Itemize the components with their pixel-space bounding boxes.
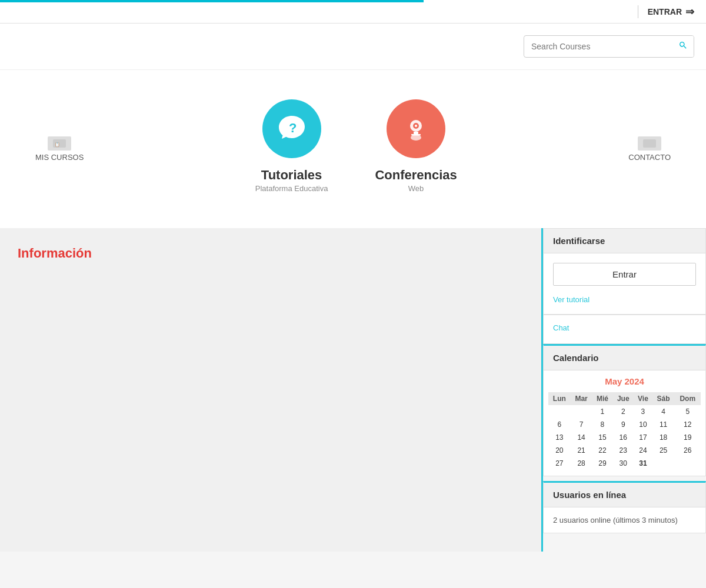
cal-cell: 22 bbox=[592, 444, 612, 457]
cal-cell: 18 bbox=[652, 431, 675, 444]
svg-text:📋: 📋 bbox=[55, 142, 60, 147]
entrar-label: ENTRAR bbox=[648, 7, 682, 16]
cal-cell: 7 bbox=[571, 418, 592, 431]
calendar-month: May 2024 bbox=[548, 376, 701, 386]
cal-cell[interactable]: 31 bbox=[634, 457, 652, 470]
search-input[interactable] bbox=[524, 37, 672, 56]
search-button[interactable] bbox=[672, 36, 694, 57]
header-search bbox=[0, 24, 706, 70]
cal-cell: 19 bbox=[674, 431, 701, 444]
right-sidebar: Identificarse Entrar Ver tutorial Chat C… bbox=[541, 228, 706, 552]
cal-cell bbox=[571, 405, 592, 418]
cal-cell bbox=[548, 405, 571, 418]
svg-point-8 bbox=[411, 135, 421, 141]
cal-day-lun: Lun bbox=[548, 392, 571, 405]
cal-cell: 23 bbox=[612, 444, 634, 457]
entrar-button[interactable]: Entrar bbox=[553, 263, 696, 286]
login-icon: ⇒ bbox=[685, 5, 694, 18]
cal-cell bbox=[652, 457, 675, 470]
cal-day-vie: Vie bbox=[634, 392, 652, 405]
cal-cell: 2 bbox=[612, 405, 634, 418]
cal-day-mar: Mar bbox=[571, 392, 592, 405]
cal-cell: 10 bbox=[634, 418, 652, 431]
cal-cell: 1 bbox=[592, 405, 612, 418]
contacto-icon bbox=[638, 136, 661, 151]
main-content: Información Identificarse Entrar Ver tut… bbox=[0, 228, 706, 552]
cal-cell: 27 bbox=[548, 457, 571, 470]
cal-week-1: 1 2 3 4 5 bbox=[548, 405, 701, 418]
svg-text:?: ? bbox=[289, 121, 297, 135]
online-users-header: Usuarios en línea bbox=[544, 483, 705, 507]
mis-cursos-img-icon: 📋 bbox=[53, 139, 66, 148]
contacto-nav[interactable]: CONTACTO bbox=[628, 136, 671, 162]
svg-point-5 bbox=[415, 125, 417, 127]
cal-day-sab: Sáb bbox=[652, 392, 675, 405]
conferencias-subtitle: Web bbox=[408, 184, 424, 193]
calendar-grid: Lun Mar Mié Jue Vie Sáb Dom bbox=[548, 392, 701, 470]
tutoriales-icon-circle: ? bbox=[262, 99, 321, 158]
identificarse-body: Entrar Ver tutorial bbox=[544, 253, 705, 314]
cal-cell: 25 bbox=[652, 444, 675, 457]
chat-label: Chat bbox=[553, 323, 569, 332]
cal-cell bbox=[674, 457, 701, 470]
cal-cell: 21 bbox=[571, 444, 592, 457]
cal-day-jue: Jue bbox=[612, 392, 634, 405]
cal-cell[interactable]: 15 bbox=[592, 431, 612, 444]
cal-cell: 26 bbox=[674, 444, 701, 457]
calendar-days-header: Lun Mar Mié Jue Vie Sáb Dom bbox=[548, 392, 701, 405]
cal-cell: 9 bbox=[612, 418, 634, 431]
left-panel: Información bbox=[0, 228, 541, 552]
cal-cell: 20 bbox=[548, 444, 571, 457]
calendario-block: Calendario May 2024 Lun Mar Mié Jue Vie … bbox=[543, 344, 706, 476]
cal-cell: 4 bbox=[652, 405, 675, 418]
tutoriales-card[interactable]: ? Tutoriales Plataforma Educativa bbox=[255, 99, 328, 193]
contacto-label: CONTACTO bbox=[628, 153, 671, 162]
search-icon bbox=[678, 41, 688, 50]
conferencias-icon-circle bbox=[387, 99, 445, 158]
cal-cell[interactable]: 16 bbox=[612, 431, 634, 444]
svg-rect-6 bbox=[414, 132, 418, 134]
nav-menu: 📋 MIS CURSOS ? Tutoriales Plataforma Edu… bbox=[0, 70, 706, 228]
cal-cell: 17 bbox=[634, 431, 652, 444]
chat-block[interactable]: Chat bbox=[543, 315, 706, 344]
mis-cursos-icon: 📋 bbox=[48, 136, 71, 151]
cal-cell: 29 bbox=[592, 457, 612, 470]
cal-cell[interactable]: 12 bbox=[674, 418, 701, 431]
cal-cell: 30 bbox=[612, 457, 634, 470]
mis-cursos-nav[interactable]: 📋 MIS CURSOS bbox=[35, 136, 84, 162]
cal-cell[interactable]: 14 bbox=[571, 431, 592, 444]
cal-cell: 5 bbox=[674, 405, 701, 418]
tutoriales-icon: ? bbox=[276, 113, 308, 145]
cal-cell: 6 bbox=[548, 418, 571, 431]
cal-cell[interactable]: 11 bbox=[652, 418, 675, 431]
categories-section: ? Tutoriales Plataforma Educativa bbox=[255, 82, 457, 216]
online-users-text: 2 usuarios online (últimos 3 minutos) bbox=[544, 507, 705, 533]
calendario-header: Calendario bbox=[544, 346, 705, 370]
cal-cell: 8 bbox=[592, 418, 612, 431]
cal-week-5: 27 28 29 30 31 bbox=[548, 457, 701, 470]
conferencias-icon bbox=[400, 113, 432, 145]
cal-week-2: 6 7 8 9 10 11 12 bbox=[548, 418, 701, 431]
calendar-body: May 2024 Lun Mar Mié Jue Vie Sáb Dom bbox=[544, 370, 705, 476]
tutoriales-title: Tutoriales bbox=[261, 168, 322, 183]
ver-tutorial-link[interactable]: Ver tutorial bbox=[553, 295, 590, 304]
conferencias-title: Conferencias bbox=[375, 168, 457, 183]
tutoriales-subtitle: Plataforma Educativa bbox=[255, 184, 328, 193]
login-button[interactable]: ENTRAR ⇒ bbox=[638, 5, 694, 18]
cal-cell: 13 bbox=[548, 431, 571, 444]
contacto-img-icon bbox=[643, 139, 656, 148]
cal-day-mie: Mié bbox=[592, 392, 612, 405]
identificarse-header: Identificarse bbox=[544, 229, 705, 253]
cal-week-4: 20 21 22 23 24 25 26 bbox=[548, 444, 701, 457]
progress-bar bbox=[0, 0, 424, 2]
conferencias-card[interactable]: Conferencias Web bbox=[375, 99, 457, 193]
top-bar: ENTRAR ⇒ bbox=[0, 0, 706, 24]
svg-rect-9 bbox=[643, 139, 656, 148]
search-container bbox=[524, 35, 694, 58]
online-users-block: Usuarios en línea 2 usuarios online (últ… bbox=[543, 481, 706, 533]
cal-cell: 3 bbox=[634, 405, 652, 418]
info-title: Información bbox=[18, 246, 524, 261]
cal-cell[interactable]: 24 bbox=[634, 444, 652, 457]
cal-day-dom: Dom bbox=[674, 392, 701, 405]
mis-cursos-label: MIS CURSOS bbox=[35, 153, 84, 162]
